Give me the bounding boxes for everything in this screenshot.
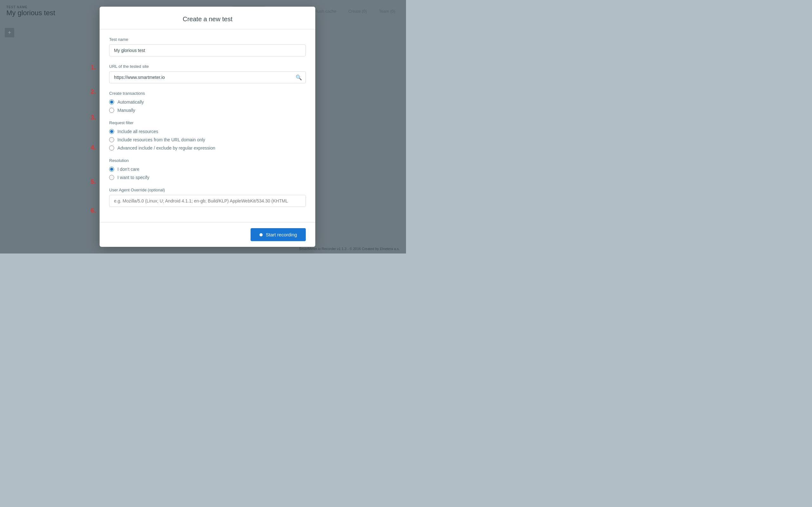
modal-footer: Start recording xyxy=(100,222,315,247)
filter-advanced-option[interactable]: Advanced include / exclude by regular ex… xyxy=(109,146,306,151)
start-recording-button[interactable]: Start recording xyxy=(251,228,306,241)
step-indicators: 1. 2. 3. 4. 5. 6. xyxy=(91,7,100,214)
test-name-label: Test name xyxy=(109,37,306,42)
test-name-section: Test name xyxy=(109,37,306,56)
user-agent-section: User Agent Override (optional) xyxy=(109,187,306,207)
resolution-label: Resolution xyxy=(109,158,306,163)
request-filter-label: Request filter xyxy=(109,120,306,125)
create-test-modal: Create a new test Test name URL of the t… xyxy=(100,7,315,247)
resolution-specify-label: I want to specify xyxy=(117,175,149,180)
step-5: 5. xyxy=(91,178,96,185)
resolution-any-radio[interactable] xyxy=(109,167,114,172)
search-icon: 🔍 xyxy=(296,74,302,80)
resolution-any-option[interactable]: I don't care xyxy=(109,167,306,172)
url-input-wrapper: 🔍 xyxy=(109,71,306,83)
resolution-specify-option[interactable]: I want to specify xyxy=(109,175,306,180)
transactions-auto-label: Automatically xyxy=(117,100,144,105)
user-agent-input[interactable] xyxy=(109,195,306,207)
modal-body: Test name URL of the tested site 🔍 Creat… xyxy=(100,30,315,222)
step-4: 4. xyxy=(91,144,96,151)
transactions-auto-option[interactable]: Automatically xyxy=(109,100,306,105)
filter-all-option[interactable]: Include all resources xyxy=(109,129,306,134)
resolution-radio-group: I don't care I want to specify xyxy=(109,167,306,180)
modal-backdrop: 1. 2. 3. 4. 5. 6. Create a new test Test… xyxy=(0,0,406,253)
transactions-section: Create transactions Automatically Manual… xyxy=(109,91,306,113)
url-section: URL of the tested site 🔍 xyxy=(109,64,306,83)
start-recording-label: Start recording xyxy=(266,232,297,237)
step-1: 1. xyxy=(91,64,96,71)
transactions-radio-group: Automatically Manually xyxy=(109,100,306,113)
modal-title: Create a new test xyxy=(109,15,306,23)
step-6: 6. xyxy=(91,207,96,214)
user-agent-label: User Agent Override (optional) xyxy=(109,187,306,192)
resolution-any-label: I don't care xyxy=(117,167,139,172)
modal-header: Create a new test xyxy=(100,7,315,30)
filter-domain-option[interactable]: Include resources from the URL domain on… xyxy=(109,137,306,142)
transactions-label: Create transactions xyxy=(109,91,306,96)
resolution-specify-radio[interactable] xyxy=(109,175,114,180)
transactions-manual-radio[interactable] xyxy=(109,108,114,113)
filter-advanced-label: Advanced include / exclude by regular ex… xyxy=(117,146,215,151)
filter-advanced-radio[interactable] xyxy=(109,146,114,151)
filter-domain-label: Include resources from the URL domain on… xyxy=(117,137,205,142)
transactions-manual-label: Manually xyxy=(117,108,135,113)
step-3: 3. xyxy=(91,114,96,121)
request-filter-radio-group: Include all resources Include resources … xyxy=(109,129,306,151)
test-name-input[interactable] xyxy=(109,44,306,56)
resolution-section: Resolution I don't care I want to specif… xyxy=(109,158,306,180)
filter-domain-radio[interactable] xyxy=(109,137,114,142)
step-2: 2. xyxy=(91,88,96,95)
transactions-manual-option[interactable]: Manually xyxy=(109,108,306,113)
transactions-auto-radio[interactable] xyxy=(109,100,114,105)
filter-all-radio[interactable] xyxy=(109,129,114,134)
url-label: URL of the tested site xyxy=(109,64,306,69)
request-filter-section: Request filter Include all resources Inc… xyxy=(109,120,306,151)
record-dot-icon xyxy=(259,233,263,236)
filter-all-label: Include all resources xyxy=(117,129,158,134)
url-input[interactable] xyxy=(109,71,306,83)
